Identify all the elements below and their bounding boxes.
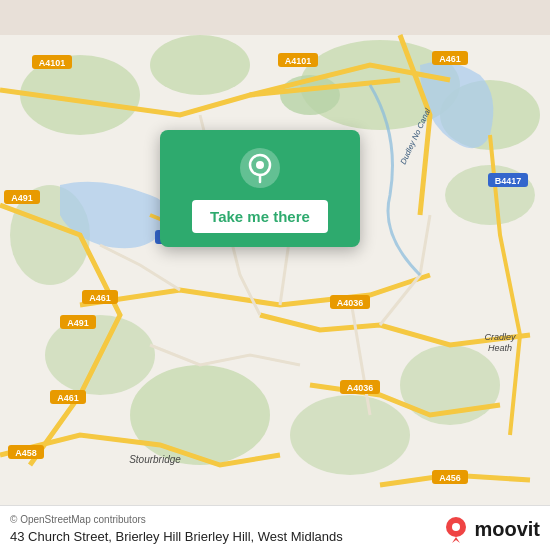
svg-point-8 <box>130 365 270 465</box>
svg-text:A461: A461 <box>439 54 461 64</box>
svg-text:Heath: Heath <box>488 343 512 353</box>
svg-text:A491: A491 <box>11 193 33 203</box>
moovit-pin-icon <box>442 515 470 543</box>
map-background: A4101 A4101 A461 A491 A491 A461 A461 A40… <box>0 0 550 550</box>
location-pin-icon <box>238 146 282 190</box>
svg-text:A491: A491 <box>67 318 89 328</box>
svg-text:A4036: A4036 <box>347 383 374 393</box>
svg-text:Stourbridge: Stourbridge <box>129 454 181 465</box>
svg-text:A458: A458 <box>15 448 37 458</box>
svg-point-46 <box>452 523 460 531</box>
bottom-bar: © OpenStreetMap contributors 43 Church S… <box>0 505 550 550</box>
location-card: Take me there <box>160 130 360 247</box>
svg-text:A4101: A4101 <box>285 56 312 66</box>
svg-text:Cradley: Cradley <box>484 332 516 342</box>
map-container: A4101 A4101 A461 A491 A491 A461 A461 A40… <box>0 0 550 550</box>
svg-point-2 <box>150 35 250 95</box>
bottom-left: © OpenStreetMap contributors 43 Church S… <box>10 514 343 544</box>
svg-text:A456: A456 <box>439 473 461 483</box>
svg-text:A461: A461 <box>89 293 111 303</box>
moovit-logo: moovit <box>442 515 540 543</box>
address-text: 43 Church Street, Brierley Hill Brierley… <box>10 529 343 544</box>
svg-text:A461: A461 <box>57 393 79 403</box>
svg-text:B4417: B4417 <box>495 176 522 186</box>
map-attribution: © OpenStreetMap contributors <box>10 514 343 525</box>
svg-point-9 <box>290 395 410 475</box>
moovit-text: moovit <box>474 518 540 541</box>
take-me-there-button[interactable]: Take me there <box>192 200 328 233</box>
svg-point-44 <box>256 161 264 169</box>
svg-text:A4101: A4101 <box>39 58 66 68</box>
svg-text:A4036: A4036 <box>337 298 364 308</box>
